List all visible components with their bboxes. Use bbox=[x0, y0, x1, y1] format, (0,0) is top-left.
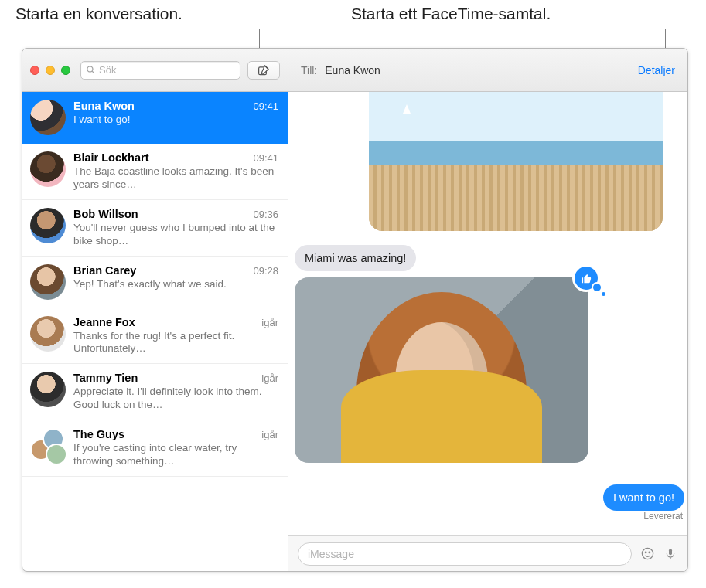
emoji-button[interactable] bbox=[639, 546, 655, 562]
conversation-row[interactable]: Euna Kwon09:41I want to go! bbox=[22, 92, 288, 144]
conversation-time: igår bbox=[261, 429, 278, 440]
conversation-name: Bob Willson bbox=[73, 208, 138, 220]
conversation-name: The Guys bbox=[73, 428, 124, 440]
outgoing-text-message[interactable]: I want to go! bbox=[603, 484, 684, 511]
smiley-icon bbox=[640, 546, 655, 561]
avatar bbox=[30, 428, 66, 464]
conversation-preview: You'll never guess who I bumped into at … bbox=[73, 222, 278, 248]
avatar bbox=[30, 264, 66, 300]
svg-point-0 bbox=[87, 66, 93, 72]
conversation-name: Euna Kwon bbox=[73, 100, 135, 112]
conversation-preview: Appreciate it. I'll definitely look into… bbox=[73, 386, 278, 412]
window-close-button[interactable] bbox=[30, 66, 39, 75]
conversation-time: igår bbox=[261, 372, 278, 384]
svg-point-3 bbox=[642, 548, 653, 559]
message-input-placeholder: iMessage bbox=[308, 548, 354, 560]
svg-rect-6 bbox=[669, 549, 672, 555]
details-button[interactable]: Detaljer bbox=[638, 64, 675, 76]
conversation-row[interactable]: The GuysigårIf you're casting into clear… bbox=[22, 420, 288, 477]
search-input[interactable]: Sök bbox=[80, 61, 240, 80]
conversation-time: 09:28 bbox=[253, 265, 278, 277]
conversation-name: Brian Carey bbox=[73, 264, 136, 277]
conversation-sidebar: Euna Kwon09:41I want to go!Blair Lockhar… bbox=[22, 92, 288, 571]
incoming-image-message-2[interactable] bbox=[295, 277, 588, 463]
conversation-row[interactable]: Blair Lockhart09:41The Baja coastline lo… bbox=[22, 144, 288, 200]
window-zoom-button[interactable] bbox=[61, 66, 70, 75]
avatar bbox=[30, 100, 66, 135]
message-input[interactable]: iMessage bbox=[298, 542, 632, 566]
search-icon bbox=[86, 65, 96, 75]
conversation-time: igår bbox=[261, 317, 278, 328]
delivery-status: Levererat bbox=[643, 511, 683, 522]
callout-new-conversation: Starta en konversation. bbox=[15, 5, 182, 23]
conversation-time: 09:36 bbox=[253, 209, 278, 220]
conversation-preview: Yep! That's exactly what we said. bbox=[73, 278, 278, 291]
conversation-name: Blair Lockhart bbox=[73, 151, 149, 164]
compose-button[interactable] bbox=[247, 61, 280, 80]
to-label: Till: bbox=[301, 64, 317, 76]
conversation-preview: Thanks for the rug! It's a perfect fit. … bbox=[73, 330, 278, 356]
conversation-name: Jeanne Fox bbox=[73, 316, 135, 328]
conversation-row[interactable]: Tammy TienigårAppreciate it. I'll defini… bbox=[22, 364, 288, 420]
conversation-preview: The Baja coastline looks amazing. It's b… bbox=[73, 165, 278, 192]
avatar bbox=[30, 316, 66, 352]
message-composer: iMessage bbox=[288, 535, 687, 571]
window-minimize-button[interactable] bbox=[46, 66, 55, 75]
avatar bbox=[30, 372, 66, 407]
conversation-pane: Miami was amazing! bbox=[288, 92, 687, 571]
svg-point-4 bbox=[645, 552, 646, 553]
callout-facetime: Starta ett FaceTime-samtal. bbox=[351, 5, 551, 23]
messages-window: Sök Till: Euna Kwon Detaljer Euna Kwon09… bbox=[22, 48, 688, 572]
svg-line-1 bbox=[92, 71, 94, 73]
thumbs-up-icon bbox=[581, 273, 592, 284]
window-titlebar: Sök Till: Euna Kwon Detaljer bbox=[22, 49, 687, 92]
svg-point-5 bbox=[649, 552, 650, 553]
annotation-layer: Starta en konversation. Starta ett FaceT… bbox=[0, 0, 706, 54]
tapback-thumbs-up[interactable] bbox=[575, 267, 598, 290]
avatar bbox=[30, 208, 66, 243]
avatar bbox=[30, 151, 66, 187]
conversation-name: Tammy Tien bbox=[73, 372, 138, 384]
conversation-preview: If you're casting into clear water, try … bbox=[73, 442, 278, 468]
conversation-row[interactable]: Brian Carey09:28Yep! That's exactly what… bbox=[22, 257, 288, 308]
incoming-text-message[interactable]: Miami was amazing! bbox=[295, 245, 416, 271]
conversation-row[interactable]: Bob Willson09:36You'll never guess who I… bbox=[22, 200, 288, 257]
conversation-time: 09:41 bbox=[253, 100, 278, 112]
conversation-row[interactable]: Jeanne FoxigårThanks for the rug! It's a… bbox=[22, 308, 288, 365]
recipient-name[interactable]: Euna Kwon bbox=[325, 64, 380, 76]
conversation-preview: I want to go! bbox=[73, 114, 278, 127]
microphone-icon bbox=[664, 546, 677, 562]
conversation-time: 09:41 bbox=[253, 152, 278, 164]
audio-message-button[interactable] bbox=[663, 546, 678, 562]
compose-icon bbox=[257, 63, 271, 77]
search-placeholder: Sök bbox=[99, 64, 116, 76]
incoming-image-message[interactable] bbox=[369, 92, 663, 231]
message-transcript[interactable]: Miami was amazing! bbox=[288, 92, 687, 535]
